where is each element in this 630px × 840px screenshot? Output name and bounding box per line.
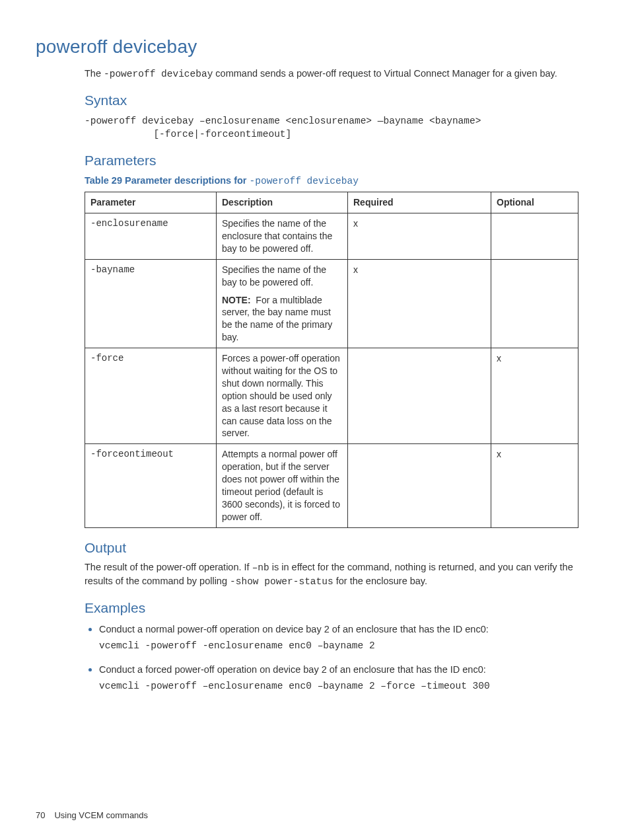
page-title: poweroff devicebay [36, 34, 584, 59]
cell-param: -enclosurename [85, 213, 217, 260]
intro-code: -poweroff devicebay [104, 69, 213, 79]
th-description: Description [217, 192, 348, 213]
intro-pre: The [85, 68, 104, 79]
cell-desc: Forces a power-off operation without wai… [217, 348, 348, 444]
examples-heading: Examples [85, 599, 584, 617]
parameters-heading: Parameters [85, 151, 584, 170]
examples-list: Conduct a normal power-off operation on … [85, 622, 584, 693]
example-text: Conduct a normal power-off operation on … [99, 624, 489, 634]
table-caption: Table 29 Parameter descriptions for -pow… [85, 174, 584, 188]
cell-req [348, 444, 491, 527]
cell-req [348, 348, 491, 444]
parameters-table: Parameter Description Required Optional … [85, 192, 578, 527]
table-row: -bayname Specifies the name of the bay t… [85, 259, 578, 348]
output-code-nb: –nb [252, 562, 269, 573]
th-optional: Optional [491, 192, 578, 213]
example-text: Conduct a forced power-off operation on … [99, 664, 486, 675]
cell-param: -bayname [85, 259, 217, 348]
cell-req: x [348, 259, 491, 348]
syntax-block: -poweroff devicebay –enclosurename <encl… [85, 114, 584, 141]
intro-post: command sends a power-off request to Vir… [213, 68, 557, 79]
table-caption-prefix: Table 29 Parameter descriptions for [85, 175, 250, 186]
syntax-line-1: -poweroff devicebay –enclosurename <encl… [85, 116, 481, 126]
th-required: Required [348, 192, 491, 213]
table-caption-code: -poweroff devicebay [250, 176, 359, 186]
output-post: for the enclosure bay. [333, 576, 427, 586]
th-parameter: Parameter [85, 192, 217, 213]
cell-param: -forceontimeout [85, 444, 217, 527]
cell-desc: Attempts a normal power off operation, b… [217, 444, 348, 527]
cell-desc-text: Specifies the name of the bay to be powe… [222, 264, 326, 287]
cell-param: -force [85, 348, 217, 444]
cell-opt: x [491, 444, 578, 527]
example-code: vcemcli -poweroff -enclosurename enc0 –b… [99, 640, 584, 653]
note-label: NOTE: [222, 295, 251, 305]
output-code-show: -show power-status [230, 576, 333, 587]
table-row: -forceontimeout Attempts a normal power … [85, 444, 578, 527]
syntax-line-2: [-force|-forceontimeout] [85, 129, 291, 139]
intro-paragraph: The -poweroff devicebay command sends a … [85, 67, 584, 81]
list-item: Conduct a forced power-off operation on … [99, 662, 584, 693]
list-item: Conduct a normal power-off operation on … [99, 622, 584, 653]
cell-req: x [348, 213, 491, 260]
cell-opt [491, 213, 578, 260]
table-header-row: Parameter Description Required Optional [85, 192, 578, 213]
cell-opt [491, 259, 578, 348]
table-row: -force Forces a power-off operation with… [85, 348, 578, 444]
example-code: vcemcli -poweroff –enclosurename enc0 –b… [99, 680, 584, 693]
table-row: -enclosurename Specifies the name of the… [85, 213, 578, 260]
syntax-heading: Syntax [85, 91, 584, 110]
output-pre: The result of the power-off operation. I… [85, 562, 252, 572]
output-paragraph: The result of the power-off operation. I… [85, 561, 584, 588]
cell-opt: x [491, 348, 578, 444]
cell-desc: Specifies the name of the bay to be powe… [217, 259, 348, 348]
cell-desc: Specifies the name of the enclosure that… [217, 213, 348, 260]
output-heading: Output [85, 539, 584, 557]
